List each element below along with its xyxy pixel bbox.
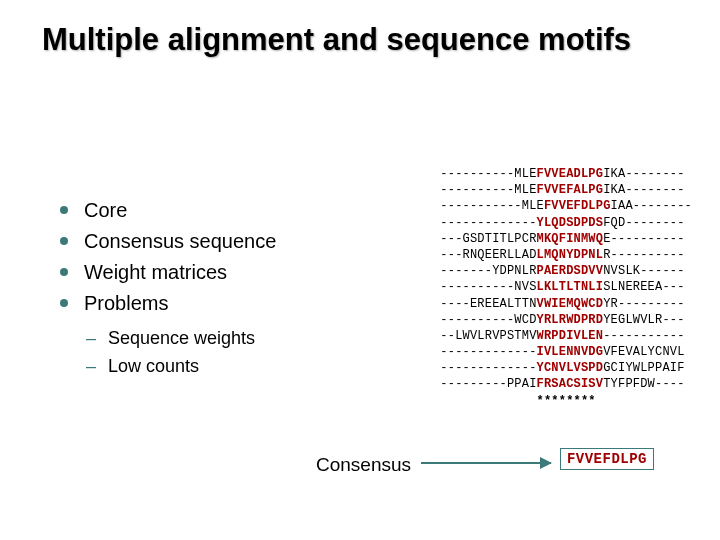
main-bullets: Core Consensus sequence Weight matrices … xyxy=(60,195,310,319)
sub-label: Sequence weights xyxy=(108,328,255,348)
bullet-label: Core xyxy=(84,199,127,221)
bullet-core: Core xyxy=(60,195,310,226)
consensus-box: FVVEFDLPG xyxy=(560,448,654,470)
slide-title: Multiple alignment and sequence motifs xyxy=(0,0,720,58)
sub-sequence-weights: Sequence weights xyxy=(86,325,310,353)
bullet-problems: Problems xyxy=(60,288,310,319)
sub-label: Low counts xyxy=(108,356,199,376)
bullet-label: Consensus sequence xyxy=(84,230,276,252)
bullet-weight-matrices: Weight matrices xyxy=(60,257,310,288)
bullet-label: Problems xyxy=(84,292,168,314)
bullet-label: Weight matrices xyxy=(84,261,227,283)
bullet-column: Core Consensus sequence Weight matrices … xyxy=(60,195,310,381)
consensus-label: Consensus xyxy=(316,454,411,476)
arrow-icon xyxy=(421,462,551,464)
sub-low-counts: Low counts xyxy=(86,353,310,381)
sequence-alignment: ----------MLEFVVEADLPGIKA-------- ------… xyxy=(440,166,692,409)
sub-bullets: Sequence weights Low counts xyxy=(86,325,310,381)
bullet-consensus-sequence: Consensus sequence xyxy=(60,226,310,257)
